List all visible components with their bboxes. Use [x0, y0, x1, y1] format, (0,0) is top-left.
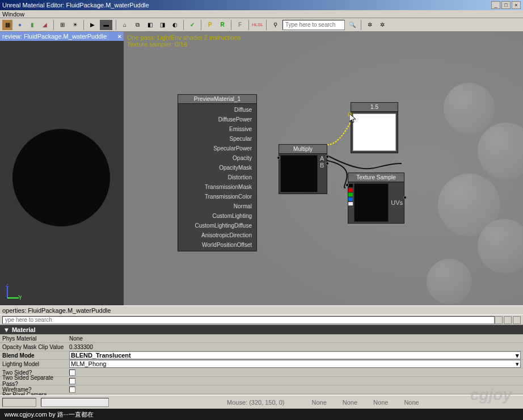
preview-title: review: FluidPackage.M_waterPuddle [2, 33, 107, 40]
property-dropdown[interactable]: MLM_Phong▾ [69, 360, 521, 368]
properties-search-row [0, 314, 523, 325]
tool-cylinder-icon[interactable]: ▮ [27, 20, 37, 30]
maximize-button[interactable]: □ [501, 1, 511, 9]
tool-search-icon[interactable]: 🔍 [347, 20, 357, 30]
material-input-label[interactable]: Emissive [179, 124, 255, 134]
property-value [67, 378, 523, 384]
flag-icon[interactable] [513, 316, 521, 324]
material-input-label[interactable]: TransmissionMask [179, 182, 255, 192]
pin-a[interactable]: A [320, 155, 324, 162]
preview-canvas[interactable]: Z Y [0, 41, 124, 305]
tool-apply-icon[interactable]: ✓ [187, 20, 197, 30]
output-pin[interactable] [277, 156, 280, 159]
material-input-label[interactable]: DiffusePower [179, 115, 255, 124]
property-row: Opacity Mask Clip Value0.333300 [0, 343, 523, 351]
menu-window[interactable]: Window [2, 11, 24, 18]
footer-bar: www.cgjoy.com by 路···一直都在 [0, 409, 523, 420]
pin-b[interactable] [348, 198, 353, 201]
material-input-label[interactable]: Distortion [179, 173, 255, 182]
pin-b[interactable]: B [320, 162, 324, 169]
pin-r[interactable] [348, 188, 353, 192]
bg-bubbles [410, 77, 523, 304]
toolbar: ▦ ● ▮ ◢ ⊞ ☀ ▶ ▬ ⌂ ⧉ ◧ ◨ ◐ ✓ P R F HLSL ⚲… [0, 18, 523, 32]
property-value [67, 369, 523, 376]
tool-home-icon[interactable]: ⌂ [120, 20, 130, 30]
material-input-label[interactable]: Specular [179, 134, 255, 144]
node-texture-sample[interactable]: Texture Sample UVs [348, 173, 404, 224]
material-input-label[interactable]: WorldPositionOffset [179, 240, 255, 250]
material-input-label[interactable]: TransmissionColor [179, 192, 255, 201]
input-pin-a[interactable] [326, 155, 329, 158]
status-dropdown[interactable] [2, 398, 36, 407]
property-label: Opacity Mask Clip Value [0, 344, 67, 350]
material-input-label[interactable]: CustomLighting [179, 211, 255, 221]
flag-icon[interactable] [504, 316, 512, 324]
pin-uvs[interactable]: UVs [391, 199, 403, 206]
tool-f-icon[interactable]: F [235, 20, 245, 30]
section-material-header[interactable]: ▼Material [0, 325, 523, 334]
property-checkbox[interactable] [69, 387, 75, 393]
node-preview-material[interactable]: PreviewMaterial_1 DiffuseDiffusePowerEmi… [178, 94, 257, 251]
tool-find-icon[interactable]: ⚲ [270, 20, 280, 30]
material-input-label[interactable]: SpecularPower [179, 144, 255, 153]
property-value[interactable]: None [67, 335, 523, 342]
tool-sphere-icon[interactable]: ● [15, 20, 25, 30]
preview-header: review: FluidPackage.M_waterPuddle × [0, 32, 124, 41]
material-input-label[interactable]: AnisotropicDirection [179, 230, 255, 240]
tool-connector-icon[interactable]: ⧉ [132, 20, 142, 30]
tool-light-icon[interactable]: ☀ [70, 20, 80, 30]
property-value: BLEND_Translucent▾ [67, 351, 523, 359]
tool-hide-icon[interactable]: ◧ [145, 20, 155, 30]
pin-rgb[interactable] [348, 184, 353, 187]
properties-search-input[interactable] [2, 316, 495, 324]
tool-misc1-icon[interactable]: ✲ [365, 20, 375, 30]
watermark: cgjoy [470, 386, 512, 404]
toolbar-search-input[interactable] [282, 20, 345, 30]
tool-cube-icon[interactable]: ▦ [2, 20, 12, 30]
property-label: Lighting Model [0, 361, 67, 367]
output-pin[interactable] [345, 183, 349, 187]
flag-icon[interactable] [495, 316, 503, 324]
material-input-label[interactable]: Normal [179, 201, 255, 211]
pin-a[interactable] [348, 202, 353, 205]
input-pin-uvs[interactable] [403, 196, 407, 199]
tool-stats-icon[interactable]: HLSL [252, 20, 263, 30]
properties-header: operties: FluidPackage.M_waterPuddle [0, 305, 523, 314]
property-checkbox[interactable] [69, 369, 75, 376]
pin-g[interactable] [348, 193, 353, 196]
tool-grid-icon[interactable]: ⊞ [57, 20, 68, 30]
instruction-text: One pass: LightEnv shader 2 instructions… [127, 34, 241, 48]
material-input-label[interactable]: OpacityMask [179, 163, 255, 173]
graph-panel[interactable]: One pass: LightEnv shader 2 instructions… [124, 32, 523, 305]
tool-toggle-icon[interactable]: ◐ [170, 20, 180, 30]
node-constant[interactable]: 1.5 [351, 102, 398, 153]
property-row: Lighting ModelMLM_Phong▾ [0, 360, 523, 368]
material-input-label[interactable]: Diffuse [179, 105, 255, 115]
preview-close-icon[interactable]: × [118, 33, 121, 40]
tool-show-icon[interactable]: ◨ [157, 20, 167, 30]
property-dropdown[interactable]: BLEND_Translucent▾ [69, 351, 521, 359]
tool-misc2-icon[interactable]: ✲ [377, 20, 387, 30]
property-label: Two Sided Separate Pass? [0, 375, 67, 387]
material-input-label[interactable]: CustomLightingDiffuse [179, 221, 255, 230]
property-value: MLM_Phong▾ [67, 360, 523, 368]
tool-fill-icon[interactable]: ▬ [100, 20, 112, 30]
main-area: review: FluidPackage.M_waterPuddle × Z Y… [0, 32, 523, 305]
material-input-label[interactable]: Opacity [179, 153, 255, 163]
tool-r-icon[interactable]: R [217, 20, 227, 30]
property-row: Wireframe? [0, 385, 523, 394]
preview-sphere [12, 129, 110, 226]
status-slot[interactable] [41, 398, 109, 407]
tool-plane-icon[interactable]: ◢ [40, 20, 50, 30]
property-checkbox[interactable] [69, 378, 75, 384]
close-button[interactable]: × [512, 1, 521, 9]
node-header: Texture Sample [348, 173, 404, 182]
property-value[interactable]: 0.333300 [67, 344, 523, 350]
node-multiply[interactable]: Multiply A B [279, 144, 327, 194]
preview-panel: review: FluidPackage.M_waterPuddle × Z Y [0, 32, 124, 305]
minimize-button[interactable]: _ [491, 1, 500, 9]
input-pin-b[interactable] [326, 162, 329, 165]
tool-p-icon[interactable]: P [205, 20, 215, 30]
tool-realtime-icon[interactable]: ▶ [87, 20, 98, 30]
property-row: Blend ModeBLEND_Translucent▾ [0, 351, 523, 360]
